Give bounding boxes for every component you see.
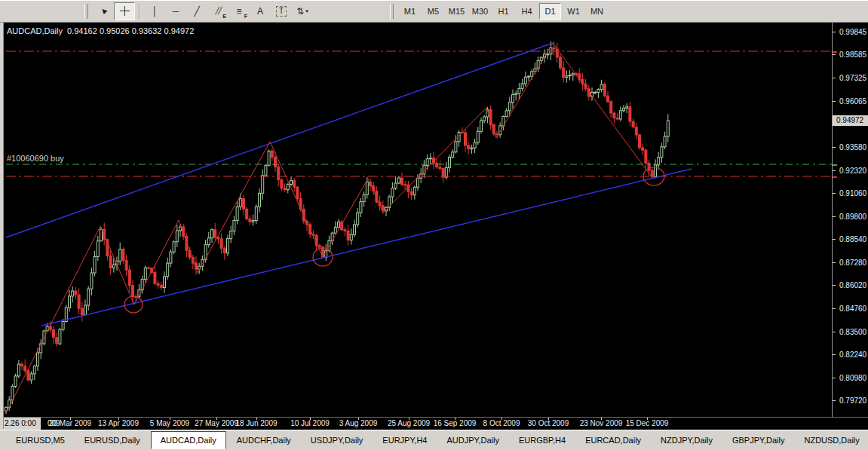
timeframe-h4-button[interactable]: H4: [516, 3, 538, 20]
equidistant-channel-tool-letter: E: [222, 14, 226, 19]
cursor-tool[interactable]: ►: [93, 2, 114, 20]
price-tick: [833, 78, 836, 78]
price-tick: [833, 193, 836, 194]
vertical-line-tool-icon: │: [152, 7, 158, 16]
crosshair-tool[interactable]: [114, 2, 135, 20]
price-tick-label: 0.84760: [839, 305, 866, 313]
trendline-tool[interactable]: ╱: [186, 2, 207, 20]
trendline-tool-icon: ╱: [194, 7, 199, 16]
date-tick-label: 20 Mar 2009: [49, 419, 91, 427]
date-tick-label: 10 Jul 2009: [290, 419, 330, 427]
timeframe-m15-button[interactable]: M15: [446, 3, 468, 20]
toolbar: ►│─╱╱╱E≡FAT⇅▾ M1M5M15M30H1H4D1W1MN: [0, 0, 868, 23]
price-tick: [833, 170, 836, 171]
date-tick-label: 27 May 2009: [195, 419, 238, 427]
price-tick: [833, 101, 836, 102]
fibonacci-tool-icon: ≡: [236, 7, 241, 16]
arrows-tool[interactable]: ⇅▾: [292, 2, 313, 20]
price-tick: [833, 239, 836, 240]
crosshair-time-badge: 2.26 0:00: [0, 418, 41, 430]
horizontal-line-tool[interactable]: ─: [165, 2, 186, 20]
price-tick-label: 0.92320: [839, 167, 866, 175]
tab-eurusd-m5[interactable]: EURUSD,M5: [7, 433, 74, 448]
timeframe-h1-button[interactable]: H1: [492, 3, 514, 20]
date-tick-label: 15 Dec 2009: [626, 419, 669, 427]
timeframe-d1-button[interactable]: D1: [539, 3, 561, 20]
tab-audjpy-daily[interactable]: AUDJPY,Daily: [437, 433, 508, 448]
date-tick-label: 5 May 2009: [150, 419, 189, 427]
timeframe-m1-button[interactable]: M1: [399, 3, 421, 20]
price-tick: [833, 54, 836, 55]
tab-audcad-daily[interactable]: AUDCAD,Daily: [151, 431, 226, 449]
chart-window: AUDCAD,Daily 0.94162 0.95026 0.93632 0.9…: [0, 23, 868, 417]
price-tick: [833, 354, 836, 355]
tab-eurjpy-h4[interactable]: EURJPY,H4: [373, 433, 436, 448]
price-tick-label: 0.86020: [839, 281, 866, 289]
price-tick: [833, 378, 836, 378]
price-axis[interactable]: 0.94972 0.998450.985850.973250.960650.93…: [832, 23, 868, 417]
price-tick-label: 0.83500: [839, 328, 866, 336]
toolbar-grip[interactable]: [390, 4, 394, 19]
date-tick-label: 16 Sep 2009: [434, 419, 477, 427]
date-axis[interactable]: 2.26 0:00 009 20 Mar 200913 Apr 20095 Ma…: [0, 417, 868, 430]
date-tick-label: 8 Oct 2009: [483, 419, 520, 427]
price-tick-label: 0.99845: [839, 28, 866, 36]
chevron-down-icon: ▾: [305, 8, 308, 14]
equidistant-channel-tool[interactable]: ╱╱E: [207, 2, 229, 20]
buy-order-label: #10060690 buy: [7, 154, 64, 163]
price-tick: [833, 285, 836, 286]
tab-nzdjpy-daily[interactable]: NZDJPY,Daily: [652, 433, 722, 448]
price-tick-label: 0.96065: [839, 97, 866, 106]
timeframe-group: M1M5M15M30H1H4D1W1MN: [388, 2, 609, 20]
price-tick-label: 0.91060: [839, 189, 866, 197]
date-tick-label: 25 Aug 2009: [388, 419, 430, 427]
price-tick-label: 0.82240: [839, 351, 866, 359]
text-label-tool[interactable]: T: [271, 2, 292, 20]
timeframe-mn-button[interactable]: MN: [586, 3, 608, 20]
divider: [0, 430, 868, 430]
toolbar-separator: [139, 4, 140, 19]
date-tick-label: 18 Jun 2009: [235, 419, 277, 427]
text-label-tool-icon: T: [276, 6, 287, 17]
tab-gbpjpy-daily[interactable]: GBPJPY,Daily: [723, 433, 794, 448]
window-left-frame: [0, 23, 4, 429]
price-tick: [833, 332, 836, 332]
tab-eurusd-daily[interactable]: EURUSD,Daily: [75, 433, 149, 448]
order-level-marker: [833, 51, 837, 53]
price-tick-label: 0.88540: [839, 235, 866, 243]
price-tick: [833, 308, 836, 309]
cursor-tool-icon: ►: [97, 5, 109, 17]
fibonacci-tool[interactable]: ≡F: [229, 2, 250, 20]
price-tick: [833, 400, 836, 401]
fibonacci-tool-letter: F: [244, 14, 247, 19]
tab-eurcad-daily[interactable]: EURCAD,Daily: [576, 433, 650, 448]
vertical-line-tool[interactable]: │: [144, 2, 165, 20]
chart-canvas[interactable]: [0, 23, 868, 417]
timeframe-m30-button[interactable]: M30: [469, 3, 491, 20]
price-tick-label: 0.97325: [839, 74, 866, 82]
tab-eurgbp-h4[interactable]: EURGBP,H4: [510, 433, 575, 448]
timeframe-m5-button[interactable]: M5: [422, 3, 444, 20]
tab-audchf-daily[interactable]: AUDCHF,Daily: [228, 433, 300, 448]
drawing-tools-group: ►│─╱╱╱E≡FAT⇅▾: [83, 2, 313, 20]
order-level-marker: [833, 176, 837, 178]
price-tick: [833, 216, 836, 217]
date-tick-label: 13 Apr 2009: [98, 419, 139, 427]
chart-tab-bar: EURUSD,M5EURUSD,DailyAUDCAD,DailyAUDCHF,…: [0, 430, 868, 450]
toolbar-grip[interactable]: [84, 4, 88, 19]
timeframe-w1-button[interactable]: W1: [563, 3, 584, 20]
price-tick-label: 0.87280: [839, 259, 866, 267]
price-tick-label: 0.89800: [839, 213, 866, 221]
equidistant-channel-tool-icon: ╱╱: [216, 8, 221, 14]
date-tick-label: 3 Aug 2009: [339, 419, 378, 427]
current-price-badge: 0.94972: [833, 115, 868, 126]
tab-nzdusd-daily[interactable]: NZDUSD,Daily: [795, 433, 868, 448]
chart-ohlc-readout: AUDCAD,Daily 0.94162 0.95026 0.93632 0.9…: [7, 26, 194, 35]
date-tick-label: 23 Nov 2009: [580, 419, 623, 427]
tab-usdjpy-daily[interactable]: USDJPY,Daily: [302, 433, 373, 448]
text-tool[interactable]: A: [250, 2, 271, 20]
price-tick-label: 0.79720: [839, 396, 866, 405]
crosshair-tool-icon: [120, 6, 130, 16]
text-tool-icon: A: [257, 7, 263, 16]
price-tick: [833, 147, 836, 148]
